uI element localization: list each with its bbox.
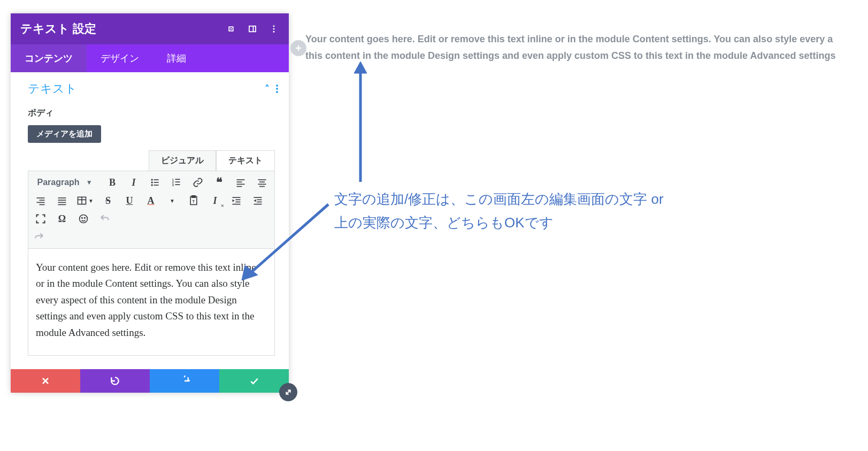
text-color-caret-icon[interactable]: ▼ bbox=[165, 194, 179, 208]
align-center-icon[interactable] bbox=[255, 175, 269, 189]
bold-icon[interactable]: B bbox=[105, 175, 119, 189]
italic-icon[interactable]: I bbox=[127, 175, 141, 189]
editor-mode-tabs: ビジュアル テキスト bbox=[28, 150, 275, 171]
svg-rect-28 bbox=[40, 200, 45, 201]
blockquote-icon[interactable]: ❝ bbox=[212, 175, 226, 189]
body-label: ボディ bbox=[11, 102, 289, 123]
svg-rect-16 bbox=[175, 181, 180, 182]
svg-rect-20 bbox=[237, 181, 242, 182]
add-module-button[interactable]: + bbox=[290, 40, 306, 56]
svg-text:T: T bbox=[192, 199, 195, 204]
arrow-up-to-preview bbox=[350, 62, 371, 182]
svg-rect-21 bbox=[237, 184, 245, 185]
more-icon[interactable] bbox=[268, 24, 279, 34]
arrow-to-editor bbox=[237, 200, 332, 285]
format-select[interactable]: Paragraph ▼ bbox=[34, 175, 98, 189]
numbered-list-icon[interactable]: 123 bbox=[170, 175, 183, 189]
svg-text:3: 3 bbox=[172, 184, 174, 187]
svg-point-52 bbox=[82, 218, 83, 219]
annotation-text: 文字の追加/修正は、この画面左の編集画面の文字 or 上の実際の文字、どちらもO… bbox=[334, 187, 664, 234]
svg-rect-23 bbox=[258, 179, 266, 180]
expand-icon[interactable] bbox=[226, 24, 236, 34]
svg-point-5 bbox=[273, 28, 275, 30]
svg-rect-29 bbox=[37, 202, 45, 203]
svg-rect-32 bbox=[58, 200, 66, 201]
tab-advanced[interactable]: 詳細 bbox=[153, 44, 200, 72]
annotation-line-1: 文字の追加/修正は、この画面左の編集画面の文字 or bbox=[334, 187, 664, 211]
svg-rect-10 bbox=[154, 182, 159, 183]
svg-point-4 bbox=[273, 25, 275, 27]
chevron-up-icon[interactable]: ˄ bbox=[265, 83, 270, 95]
svg-rect-25 bbox=[258, 184, 266, 185]
resize-handle[interactable] bbox=[279, 383, 297, 401]
svg-rect-2 bbox=[249, 26, 256, 32]
clear-format-icon[interactable]: I× bbox=[208, 194, 222, 208]
emoji-icon[interactable] bbox=[76, 212, 90, 226]
svg-point-6 bbox=[273, 31, 275, 33]
undo-icon[interactable] bbox=[98, 212, 112, 226]
annotation-line-2: 上の実際の文字、どちらもOKです bbox=[334, 211, 664, 234]
svg-marker-45 bbox=[232, 200, 234, 202]
accordion-more-icon[interactable] bbox=[276, 85, 278, 93]
svg-line-56 bbox=[286, 390, 290, 394]
svg-rect-26 bbox=[259, 186, 265, 187]
svg-rect-14 bbox=[175, 179, 180, 180]
editor-tab-text[interactable]: テキスト bbox=[216, 150, 275, 171]
undo-button[interactable] bbox=[80, 369, 150, 393]
svg-rect-24 bbox=[259, 181, 265, 182]
bullet-list-icon[interactable] bbox=[148, 175, 162, 189]
svg-point-51 bbox=[80, 215, 88, 223]
preview-line-2: this content in the module Design settin… bbox=[305, 48, 868, 64]
svg-rect-39 bbox=[192, 196, 196, 197]
align-left-icon[interactable] bbox=[234, 175, 248, 189]
add-media-button[interactable]: メディアを追加 bbox=[28, 125, 101, 143]
svg-point-7 bbox=[151, 179, 153, 180]
text-color-icon[interactable]: A bbox=[144, 194, 158, 208]
redo-button[interactable] bbox=[150, 369, 219, 393]
svg-rect-19 bbox=[237, 179, 245, 180]
panel-header-icons bbox=[226, 24, 279, 34]
align-right-icon[interactable] bbox=[34, 194, 48, 208]
special-char-icon[interactable]: Ω bbox=[55, 212, 69, 226]
panel-header: テキスト 設定 bbox=[11, 13, 289, 44]
underline-icon[interactable]: U bbox=[122, 194, 136, 208]
panel-footer bbox=[11, 369, 289, 393]
paste-text-icon[interactable]: T bbox=[187, 194, 201, 208]
tab-content[interactable]: コンテンツ bbox=[11, 44, 87, 72]
panel-tabs: コンテンツ デザイン 詳細 bbox=[11, 44, 289, 72]
svg-rect-27 bbox=[37, 197, 45, 198]
svg-point-9 bbox=[151, 181, 153, 183]
accordion-title: テキスト bbox=[28, 81, 77, 97]
tab-design[interactable]: デザイン bbox=[87, 44, 153, 72]
align-justify-icon[interactable] bbox=[55, 194, 69, 208]
svg-rect-33 bbox=[58, 202, 66, 203]
accordion-header[interactable]: テキスト ˄ bbox=[11, 72, 289, 102]
svg-rect-18 bbox=[175, 184, 180, 185]
svg-point-11 bbox=[151, 184, 153, 186]
redo-icon[interactable] bbox=[34, 230, 269, 244]
editor-tab-visual[interactable]: ビジュアル bbox=[149, 150, 216, 171]
svg-rect-30 bbox=[40, 204, 45, 205]
svg-rect-8 bbox=[154, 179, 159, 180]
svg-rect-31 bbox=[58, 197, 66, 198]
svg-rect-41 bbox=[232, 197, 240, 198]
format-select-label: Paragraph bbox=[37, 178, 79, 187]
svg-point-53 bbox=[85, 218, 86, 219]
preview-content[interactable]: Your content goes here. Edit or remove t… bbox=[305, 31, 868, 64]
panel-title: テキスト 設定 bbox=[20, 21, 96, 37]
drawer-icon[interactable] bbox=[247, 24, 258, 34]
svg-rect-46 bbox=[254, 197, 262, 198]
strikethrough-icon[interactable]: S bbox=[101, 194, 115, 208]
save-button[interactable] bbox=[219, 369, 289, 393]
chevron-down-icon: ▼ bbox=[86, 179, 93, 186]
table-icon[interactable]: ▼ bbox=[76, 194, 94, 208]
svg-rect-22 bbox=[237, 186, 242, 187]
svg-marker-58 bbox=[354, 62, 367, 73]
svg-rect-12 bbox=[154, 185, 159, 186]
accordion-controls: ˄ bbox=[265, 83, 278, 95]
svg-point-1 bbox=[231, 28, 232, 30]
svg-rect-34 bbox=[58, 204, 66, 205]
fullscreen-icon[interactable] bbox=[34, 212, 48, 226]
close-button[interactable] bbox=[11, 369, 80, 393]
link-icon[interactable] bbox=[191, 175, 205, 189]
